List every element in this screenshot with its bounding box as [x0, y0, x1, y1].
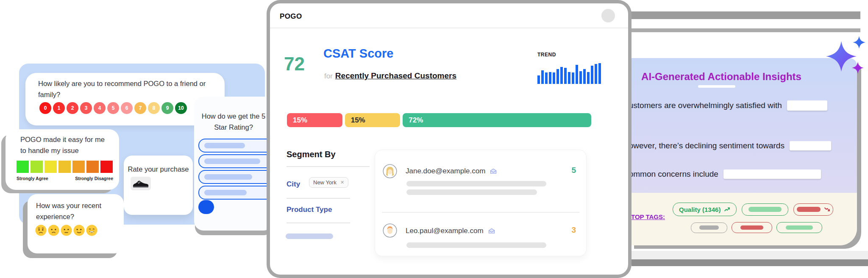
agree-scale	[17, 161, 113, 173]
sparkle-icon	[853, 36, 865, 49]
tag-placeholder-bar	[740, 225, 763, 230]
agree-option-3[interactable]	[45, 161, 57, 173]
agree-survey-card: POGO made it easy for me to handle my is…	[6, 129, 119, 190]
trend-down-icon	[824, 206, 830, 213]
worried-emoji-icon[interactable]	[35, 225, 47, 238]
agree-option-2[interactable]	[31, 161, 43, 173]
chip-value: New York	[313, 179, 337, 186]
nps-option-6[interactable]: 6	[121, 102, 133, 114]
trend-bar	[541, 70, 544, 84]
csat-dashboard-window: POGO 72 CSAT Score forRecently Purchased…	[270, 3, 628, 275]
trend-bar	[545, 72, 548, 84]
nps-option-3[interactable]: 3	[80, 102, 92, 114]
trend-bar	[556, 69, 559, 84]
redacted-blank	[723, 170, 821, 179]
nps-option-5[interactable]: 5	[107, 102, 119, 114]
distribution-segment-72%: 72%	[403, 113, 591, 127]
trend-bar	[537, 75, 540, 84]
sad-emoji-icon[interactable]	[48, 225, 59, 238]
distribution-segment-15%: 15%	[345, 113, 401, 127]
placeholder-bar	[406, 181, 546, 186]
respondents-card: Jane.doe@example.com 5 Leo.paul@example	[375, 150, 587, 256]
five-star-survey-card: How do we get the 5 Star Rating?	[194, 97, 273, 231]
contact-row[interactable]: Leo.paul@example.com	[406, 227, 495, 235]
trend-mini-bar-chart	[537, 63, 602, 84]
response-count: 3	[571, 225, 576, 235]
backdrop-shadow-strip	[628, 28, 860, 32]
insight-statement: Common concerns include	[623, 170, 821, 179]
man-avatar-icon	[383, 223, 397, 238]
contact-row[interactable]: Jane.doe@example.com	[406, 167, 497, 175]
agree-option-6[interactable]	[86, 161, 99, 173]
nps-option-4[interactable]: 4	[94, 102, 106, 114]
backdrop-window-strip	[628, 19, 860, 28]
profile-circle-button[interactable]	[601, 9, 615, 22]
for-prefix: for	[324, 72, 333, 80]
emoji-scale	[35, 225, 97, 238]
nps-option-7[interactable]: 7	[134, 102, 146, 114]
slight-smile-emoji-icon[interactable]	[73, 225, 85, 238]
nps-option-8[interactable]: 8	[148, 102, 160, 114]
nps-option-10[interactable]: 10	[175, 102, 187, 114]
city-filter-chip[interactable]: New York ✕	[309, 177, 348, 188]
filter-city[interactable]: City	[287, 180, 300, 189]
agree-question: POGO made it easy for me to handle my is…	[20, 134, 111, 156]
mail-icon[interactable]	[488, 228, 495, 234]
nps-scale: 012345678910	[39, 102, 187, 114]
trend-bar	[576, 65, 578, 84]
trend-bar	[587, 72, 590, 84]
ai-insights-title: AI-Generated Actionable Insights	[624, 71, 819, 83]
agree-scale-labels: Strongly Agree Strongly Disagree	[17, 176, 113, 181]
nps-question: How likely are you to recommend POGO to …	[38, 78, 216, 100]
trend-bar	[572, 72, 574, 84]
product-thumbnail[interactable]	[131, 177, 151, 190]
nps-option-2[interactable]: 2	[67, 102, 78, 114]
trend-bar	[560, 67, 563, 84]
insight-statement: However, there’s declining sentiment tow…	[623, 141, 831, 150]
sneaker-icon	[132, 178, 149, 189]
agree-option-7[interactable]	[100, 161, 113, 173]
tag-pill-red-4[interactable]	[732, 222, 772, 233]
tag-pill-gray-3[interactable]	[691, 222, 727, 233]
insight-statement: Customers are overwhelmingly satisfied w…	[623, 100, 827, 111]
agree-option-5[interactable]	[72, 161, 85, 173]
tag-quality[interactable]: Quality (1346)	[673, 203, 737, 216]
trend-bar	[595, 64, 597, 84]
backdrop-bottom-shadow	[632, 259, 868, 266]
agree-option-1[interactable]	[17, 161, 29, 173]
mail-icon[interactable]	[490, 168, 497, 175]
field-placeholder-bar	[204, 174, 252, 180]
chip-close-icon[interactable]: ✕	[340, 180, 344, 185]
tag-pill-red-2[interactable]	[793, 203, 833, 216]
agree-option-4[interactable]	[58, 161, 71, 173]
field-placeholder-bar	[204, 190, 247, 195]
avatar	[383, 164, 397, 180]
filter-product-type[interactable]: Product Type	[287, 206, 332, 214]
backdrop-shadow-strip	[628, 11, 860, 19]
header-divider	[270, 28, 628, 28]
nps-option-9[interactable]: 9	[161, 102, 173, 114]
woman-avatar-icon	[383, 164, 397, 178]
trend-bar	[583, 69, 586, 84]
marketing-composite: AI-Generated Actionable Insights Custome…	[0, 0, 868, 278]
emoji-question: How was your recent experience?	[36, 200, 112, 222]
segment-label: 15%	[287, 116, 307, 125]
tag-pill-green-5[interactable]	[776, 222, 822, 233]
submit-button[interactable]	[198, 200, 214, 214]
title-underline	[698, 85, 735, 88]
tag-placeholder-bar	[786, 225, 813, 230]
nps-option-0[interactable]: 0	[39, 102, 51, 114]
neutral-emoji-icon[interactable]	[61, 225, 72, 238]
tag-text: Quality (1346)	[679, 206, 721, 213]
strongly-disagree-label: Strongly Disagree	[75, 176, 113, 181]
segment-label: 15%	[345, 116, 365, 125]
segment-label: 72%	[403, 116, 423, 125]
nps-option-1[interactable]: 1	[53, 102, 65, 114]
trend-up-icon	[724, 206, 730, 213]
trend-bar	[579, 71, 582, 84]
grin-emoji-icon[interactable]	[86, 225, 97, 238]
audience-link[interactable]: Recently Purchased Customers	[335, 71, 456, 80]
trend-bar	[568, 72, 570, 84]
tag-pill-green-1[interactable]	[742, 203, 788, 216]
contact-email: Jane.doe@example.com	[406, 167, 485, 175]
